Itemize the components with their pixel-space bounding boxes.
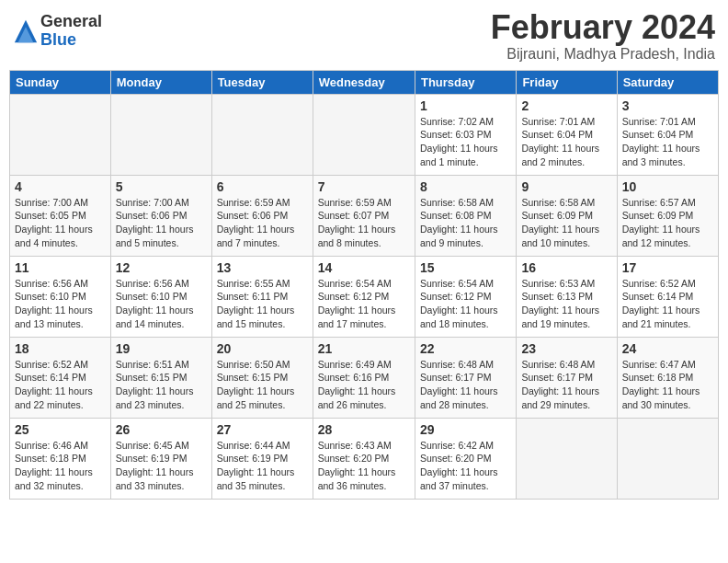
page-header: General Blue February 2024 Bijrauni, Mad… <box>9 9 719 63</box>
calendar-day-cell <box>517 418 617 499</box>
day-info: Sunrise: 6:47 AM Sunset: 6:18 PM Dayligh… <box>622 358 713 412</box>
day-info: Sunrise: 6:56 AM Sunset: 6:10 PM Dayligh… <box>116 277 207 331</box>
day-info: Sunrise: 7:00 AM Sunset: 6:06 PM Dayligh… <box>116 196 207 250</box>
calendar-day-cell: 10Sunrise: 6:57 AM Sunset: 6:09 PM Dayli… <box>617 175 718 256</box>
calendar-day-cell: 14Sunrise: 6:54 AM Sunset: 6:12 PM Dayli… <box>313 256 415 337</box>
day-number: 9 <box>521 179 611 194</box>
logo-icon <box>13 18 39 44</box>
calendar-week-row: 11Sunrise: 6:56 AM Sunset: 6:10 PM Dayli… <box>10 256 719 337</box>
calendar-day-header: Friday <box>517 70 617 94</box>
calendar-day-cell: 22Sunrise: 6:48 AM Sunset: 6:17 PM Dayli… <box>415 337 516 418</box>
day-number: 3 <box>622 98 713 113</box>
calendar-week-row: 1Sunrise: 7:02 AM Sunset: 6:03 PM Daylig… <box>10 94 719 175</box>
day-number: 26 <box>116 422 207 437</box>
day-info: Sunrise: 7:01 AM Sunset: 6:04 PM Dayligh… <box>622 115 713 169</box>
day-info: Sunrise: 6:50 AM Sunset: 6:15 PM Dayligh… <box>217 358 308 412</box>
calendar-table: SundayMondayTuesdayWednesdayThursdayFrid… <box>9 70 719 500</box>
calendar-day-cell: 21Sunrise: 6:49 AM Sunset: 6:16 PM Dayli… <box>313 337 415 418</box>
calendar-day-header: Wednesday <box>313 70 415 94</box>
day-info: Sunrise: 6:49 AM Sunset: 6:16 PM Dayligh… <box>318 358 410 412</box>
day-number: 2 <box>521 98 611 113</box>
logo-blue-text: Blue <box>40 31 102 50</box>
calendar-day-cell: 27Sunrise: 6:44 AM Sunset: 6:19 PM Dayli… <box>211 418 313 499</box>
calendar-day-cell: 24Sunrise: 6:47 AM Sunset: 6:18 PM Dayli… <box>617 337 718 418</box>
calendar-day-cell: 20Sunrise: 6:50 AM Sunset: 6:15 PM Dayli… <box>211 337 313 418</box>
day-number: 25 <box>15 422 106 437</box>
calendar-day-header: Tuesday <box>211 70 313 94</box>
day-info: Sunrise: 6:58 AM Sunset: 6:08 PM Dayligh… <box>420 196 511 250</box>
day-number: 16 <box>521 260 611 275</box>
calendar-day-cell: 17Sunrise: 6:52 AM Sunset: 6:14 PM Dayli… <box>617 256 718 337</box>
day-number: 1 <box>420 98 511 113</box>
day-info: Sunrise: 6:42 AM Sunset: 6:20 PM Dayligh… <box>420 439 511 493</box>
day-info: Sunrise: 6:59 AM Sunset: 6:06 PM Dayligh… <box>217 196 308 250</box>
day-number: 22 <box>420 341 511 356</box>
calendar-day-cell <box>10 94 111 175</box>
day-info: Sunrise: 6:57 AM Sunset: 6:09 PM Dayligh… <box>622 196 713 250</box>
day-number: 18 <box>15 341 106 356</box>
logo: General Blue <box>13 13 102 50</box>
calendar-day-cell: 9Sunrise: 6:58 AM Sunset: 6:09 PM Daylig… <box>517 175 617 256</box>
day-info: Sunrise: 7:01 AM Sunset: 6:04 PM Dayligh… <box>521 115 611 169</box>
day-info: Sunrise: 6:52 AM Sunset: 6:14 PM Dayligh… <box>15 358 106 412</box>
calendar-day-cell: 13Sunrise: 6:55 AM Sunset: 6:11 PM Dayli… <box>211 256 313 337</box>
calendar-day-cell: 29Sunrise: 6:42 AM Sunset: 6:20 PM Dayli… <box>415 418 516 499</box>
calendar-day-cell: 1Sunrise: 7:02 AM Sunset: 6:03 PM Daylig… <box>415 94 516 175</box>
calendar-week-row: 25Sunrise: 6:46 AM Sunset: 6:18 PM Dayli… <box>10 418 719 499</box>
calendar-day-header: Thursday <box>415 70 516 94</box>
calendar-day-cell <box>211 94 313 175</box>
calendar-day-cell: 4Sunrise: 7:00 AM Sunset: 6:05 PM Daylig… <box>10 175 111 256</box>
day-number: 12 <box>116 260 207 275</box>
day-number: 29 <box>420 422 511 437</box>
day-number: 19 <box>116 341 207 356</box>
calendar-day-header: Saturday <box>617 70 718 94</box>
day-number: 10 <box>622 179 713 194</box>
calendar-day-cell: 12Sunrise: 6:56 AM Sunset: 6:10 PM Dayli… <box>110 256 211 337</box>
day-number: 14 <box>318 260 410 275</box>
title-section: February 2024 Bijrauni, Madhya Pradesh, … <box>491 9 715 63</box>
day-info: Sunrise: 6:55 AM Sunset: 6:11 PM Dayligh… <box>217 277 308 331</box>
calendar-day-cell: 18Sunrise: 6:52 AM Sunset: 6:14 PM Dayli… <box>10 337 111 418</box>
day-info: Sunrise: 6:54 AM Sunset: 6:12 PM Dayligh… <box>420 277 511 331</box>
day-info: Sunrise: 6:48 AM Sunset: 6:17 PM Dayligh… <box>521 358 611 412</box>
day-number: 7 <box>318 179 410 194</box>
day-number: 6 <box>217 179 308 194</box>
day-info: Sunrise: 6:59 AM Sunset: 6:07 PM Dayligh… <box>318 196 410 250</box>
calendar-day-header: Monday <box>110 70 211 94</box>
logo-general-text: General <box>40 13 102 31</box>
day-number: 8 <box>420 179 511 194</box>
calendar-day-cell: 11Sunrise: 6:56 AM Sunset: 6:10 PM Dayli… <box>10 256 111 337</box>
calendar-day-cell: 15Sunrise: 6:54 AM Sunset: 6:12 PM Dayli… <box>415 256 516 337</box>
day-number: 5 <box>116 179 207 194</box>
calendar-day-cell <box>110 94 211 175</box>
calendar-day-header: Sunday <box>10 70 111 94</box>
month-title: February 2024 <box>491 9 715 46</box>
calendar-week-row: 4Sunrise: 7:00 AM Sunset: 6:05 PM Daylig… <box>10 175 719 256</box>
day-info: Sunrise: 6:43 AM Sunset: 6:20 PM Dayligh… <box>318 439 410 493</box>
day-number: 27 <box>217 422 308 437</box>
day-number: 20 <box>217 341 308 356</box>
day-info: Sunrise: 7:02 AM Sunset: 6:03 PM Dayligh… <box>420 115 511 169</box>
calendar-day-cell: 19Sunrise: 6:51 AM Sunset: 6:15 PM Dayli… <box>110 337 211 418</box>
calendar-day-cell: 6Sunrise: 6:59 AM Sunset: 6:06 PM Daylig… <box>211 175 313 256</box>
day-info: Sunrise: 6:54 AM Sunset: 6:12 PM Dayligh… <box>318 277 410 331</box>
day-number: 13 <box>217 260 308 275</box>
calendar-day-cell: 2Sunrise: 7:01 AM Sunset: 6:04 PM Daylig… <box>517 94 617 175</box>
day-info: Sunrise: 6:48 AM Sunset: 6:17 PM Dayligh… <box>420 358 511 412</box>
calendar-day-cell <box>617 418 718 499</box>
calendar-day-cell: 26Sunrise: 6:45 AM Sunset: 6:19 PM Dayli… <box>110 418 211 499</box>
day-info: Sunrise: 6:51 AM Sunset: 6:15 PM Dayligh… <box>116 358 207 412</box>
day-number: 4 <box>15 179 106 194</box>
calendar-day-cell: 8Sunrise: 6:58 AM Sunset: 6:08 PM Daylig… <box>415 175 516 256</box>
calendar-day-cell: 5Sunrise: 7:00 AM Sunset: 6:06 PM Daylig… <box>110 175 211 256</box>
day-info: Sunrise: 6:58 AM Sunset: 6:09 PM Dayligh… <box>521 196 611 250</box>
day-info: Sunrise: 6:46 AM Sunset: 6:18 PM Dayligh… <box>15 439 106 493</box>
day-number: 15 <box>420 260 511 275</box>
day-info: Sunrise: 6:52 AM Sunset: 6:14 PM Dayligh… <box>622 277 713 331</box>
day-info: Sunrise: 6:44 AM Sunset: 6:19 PM Dayligh… <box>217 439 308 493</box>
day-number: 24 <box>622 341 713 356</box>
day-number: 21 <box>318 341 410 356</box>
calendar-day-cell: 16Sunrise: 6:53 AM Sunset: 6:13 PM Dayli… <box>517 256 617 337</box>
calendar-day-cell: 7Sunrise: 6:59 AM Sunset: 6:07 PM Daylig… <box>313 175 415 256</box>
day-number: 28 <box>318 422 410 437</box>
